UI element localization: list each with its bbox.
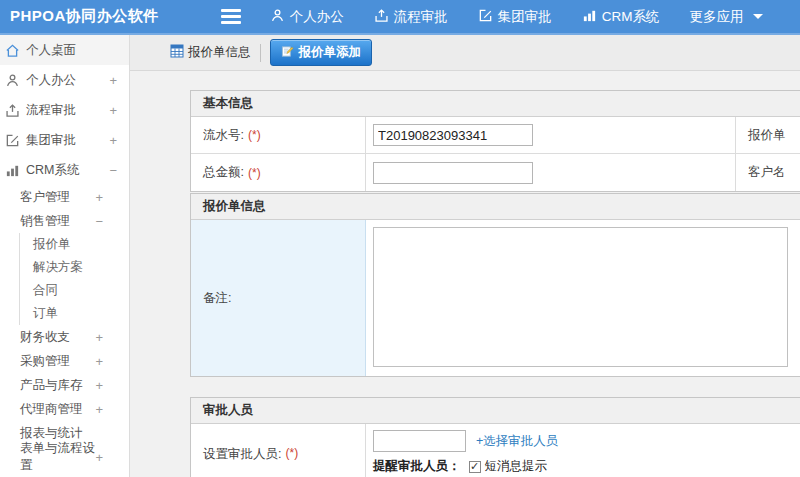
home-icon: [5, 43, 20, 58]
hamburger-menu-icon[interactable]: [221, 6, 241, 28]
sms-checkbox[interactable]: [469, 461, 481, 473]
serial-number-input[interactable]: [373, 124, 533, 146]
topmenu-more-apps[interactable]: 更多应用: [675, 0, 778, 33]
bar-chart-icon: [5, 163, 20, 178]
add-document-icon: [281, 45, 294, 61]
form-row-remark: 备注:: [191, 220, 800, 376]
approver-input-line: +选择审批人员: [373, 430, 558, 452]
section-title: 报价单信息: [203, 198, 266, 215]
topmenu-label: 集团审批: [498, 8, 552, 26]
remark-textarea[interactable]: [373, 227, 788, 367]
sidebar-item-label: 流程审批: [26, 102, 76, 119]
sidebar-item-agent-management[interactable]: 代理商管理 +: [0, 397, 129, 421]
sidebar-item-group-approval[interactable]: 集团审批 +: [0, 125, 129, 155]
tab-bar: 报价单信息 报价单添加: [130, 35, 800, 71]
topmenu-label: 个人办公: [290, 8, 344, 26]
required-marker: (*): [285, 446, 298, 460]
topmenu-crm-system[interactable]: CRM系统: [567, 0, 675, 33]
field-cell: [366, 117, 736, 153]
bar-chart-icon: [582, 8, 597, 26]
required-marker: (*): [248, 128, 261, 142]
field-label-clipped: 报价单: [736, 117, 800, 153]
sidebar-item-label: 解决方案: [33, 259, 83, 276]
sidebar-item-label: 报表与统计: [20, 425, 83, 442]
tab-divider: [260, 44, 261, 62]
expand-toggle[interactable]: +: [95, 450, 103, 465]
approvers-field-cell: +选择审批人员 提醒审批人员： 短消息提示 注：流程第一步审批人员，这里选择你的…: [366, 424, 800, 477]
field-label: 设置审批人员: (*): [191, 424, 366, 477]
main-content: 报价单信息 报价单添加 基本信息 流水号: (*): [130, 35, 800, 477]
form-row-set-approvers: 设置审批人员: (*) +选择审批人员 提醒审批人员： 短消息提示 注：流程第一…: [191, 424, 800, 477]
table-icon: [170, 44, 184, 61]
sidebar-item-workflow-approval[interactable]: 流程审批 +: [0, 95, 129, 125]
tab-label: 报价单添加: [299, 44, 362, 61]
remind-line: 提醒审批人员： 短消息提示: [373, 458, 547, 475]
sidebar-item-order[interactable]: 订单: [19, 302, 129, 325]
app-logo: PHPOA协同办公软件: [10, 7, 159, 26]
approver-input[interactable]: [373, 430, 466, 452]
remind-label: 提醒审批人员：: [373, 458, 461, 475]
sidebar-item-label: 销售管理: [20, 213, 70, 230]
sidebar-item-label: 集团审批: [26, 132, 76, 149]
tab-label: 报价单信息: [188, 44, 251, 61]
user-icon: [270, 8, 285, 26]
expand-toggle[interactable]: +: [109, 73, 117, 88]
sidebar-item-contract[interactable]: 合同: [19, 279, 129, 302]
expand-toggle[interactable]: +: [109, 103, 117, 118]
expand-toggle[interactable]: −: [95, 214, 103, 229]
sidebar-item-label: 财务收支: [20, 329, 70, 346]
section-basic-info: 基本信息 流水号: (*) 报价单 总金额: (*) 客户名: [190, 90, 800, 192]
sidebar-item-solution[interactable]: 解决方案: [19, 256, 129, 279]
topmenu-personal-office[interactable]: 个人办公: [255, 0, 359, 33]
expand-toggle[interactable]: −: [109, 163, 117, 178]
workflow-icon: [374, 8, 389, 26]
sidebar-item-label: 采购管理: [20, 353, 70, 370]
field-label: 总金额: (*): [191, 154, 366, 191]
sidebar-item-label: 客户管理: [20, 189, 70, 206]
topmenu-workflow-approval[interactable]: 流程审批: [359, 0, 463, 33]
sidebar-item-personal-office[interactable]: 个人办公 +: [0, 65, 129, 95]
sidebar-item-label: 产品与库存: [20, 377, 83, 394]
section-title: 基本信息: [203, 95, 253, 112]
field-label: 流水号: (*): [191, 117, 366, 153]
total-amount-input[interactable]: [373, 162, 533, 184]
sidebar-item-personal-desktop[interactable]: 个人桌面: [0, 35, 129, 65]
topmenu-label: 更多应用: [690, 8, 744, 26]
sms-label: 短消息提示: [485, 458, 548, 475]
sidebar-item-label: 个人桌面: [26, 42, 76, 59]
sidebar-item-sales-management[interactable]: 销售管理 −: [0, 209, 129, 233]
expand-toggle[interactable]: +: [95, 378, 103, 393]
sidebar-item-products-inventory[interactable]: 产品与库存 +: [0, 373, 129, 397]
sidebar-item-purchase-management[interactable]: 采购管理 +: [0, 349, 129, 373]
topmenu-label: 流程审批: [394, 8, 448, 26]
section-approvers: 审批人员 设置审批人员: (*) +选择审批人员 提醒审批人员： 短消息提示 注…: [190, 397, 800, 477]
expand-toggle[interactable]: +: [95, 402, 103, 417]
sidebar-item-label: 个人办公: [26, 72, 76, 89]
section-title: 审批人员: [203, 402, 253, 419]
sidebar-item-crm-system[interactable]: CRM系统 −: [0, 155, 129, 185]
tab-quotation-add-button[interactable]: 报价单添加: [270, 39, 373, 66]
sidebar-item-finance[interactable]: 财务收支 +: [0, 325, 129, 349]
topmenu-label: CRM系统: [602, 8, 660, 26]
topmenu-group-approval[interactable]: 集团审批: [463, 0, 567, 33]
tab-quotation-info[interactable]: 报价单信息: [170, 44, 251, 61]
top-bar: PHPOA协同办公软件 个人办公 流程审批: [0, 0, 800, 35]
sidebar-item-form-workflow-settings[interactable]: 表单与流程设置 +: [0, 445, 129, 469]
expand-toggle[interactable]: +: [95, 354, 103, 369]
user-icon: [5, 73, 20, 88]
choose-approver-link[interactable]: +选择审批人员: [476, 433, 558, 450]
remark-label-cell: 备注:: [191, 220, 366, 376]
workflow-icon: [5, 103, 20, 118]
sidebar-item-customer-management[interactable]: 客户管理 +: [0, 185, 129, 209]
section-header: 审批人员: [191, 398, 800, 424]
field-cell: [366, 154, 736, 191]
caret-down-icon: [753, 14, 763, 19]
sidebar-item-label: 订单: [33, 305, 58, 322]
expand-toggle[interactable]: +: [95, 330, 103, 345]
form-row-total-amount: 总金额: (*) 客户名: [191, 154, 800, 191]
expand-toggle[interactable]: +: [109, 133, 117, 148]
required-marker: (*): [248, 166, 261, 180]
expand-toggle[interactable]: +: [95, 190, 103, 205]
sidebar-item-quotation[interactable]: 报价单: [19, 233, 129, 256]
sidebar-item-label: 代理商管理: [20, 401, 83, 418]
